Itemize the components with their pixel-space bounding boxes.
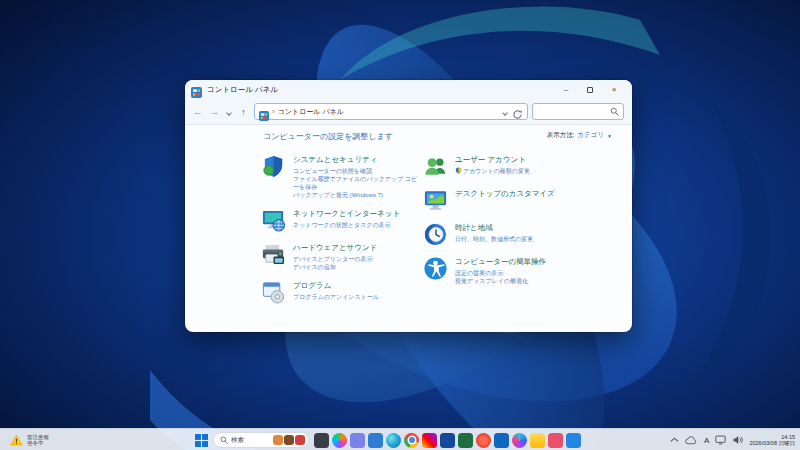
category-item: 時計と地域 日付、時刻、数値形式の変更: [423, 222, 585, 247]
onedrive-tray-icon[interactable]: [685, 436, 698, 445]
edge-icon[interactable]: [386, 433, 401, 448]
forward-button[interactable]: →: [208, 107, 221, 117]
taskbar: 雷注意報 発令中 検索 A: [0, 428, 800, 450]
recent-pages-chevron[interactable]: [225, 103, 233, 121]
file-explorer-icon[interactable]: [530, 433, 545, 448]
search-highlight-thumb[interactable]: [273, 435, 283, 445]
titlebar[interactable]: コントロール パネル – ×: [185, 80, 632, 99]
widget-line2: 発令中: [27, 440, 49, 447]
volume-tray-icon[interactable]: [732, 435, 743, 445]
clock[interactable]: 14:15 2026/03/08 日曜日: [749, 434, 795, 447]
clock-date: 2026/03/08 日曜日: [749, 440, 795, 447]
photos-app-icon[interactable]: [566, 433, 581, 448]
maximize-button[interactable]: [578, 81, 602, 98]
copilot-icon[interactable]: [332, 433, 347, 448]
task-link[interactable]: 視覚ディスプレイの最適化: [455, 277, 546, 285]
chevron-up-icon: [670, 437, 679, 443]
task-link[interactable]: アカウントの種類の変更: [455, 167, 530, 175]
category-title-link[interactable]: コンピューターの簡単操作: [455, 257, 546, 267]
category-title-link[interactable]: ハードウェアとサウンド: [293, 243, 377, 253]
category-task-links: ネットワークの状態とタスクの表示: [293, 221, 400, 229]
task-link[interactable]: プログラムのアンインストール: [293, 293, 379, 301]
designer-app-icon[interactable]: [512, 433, 527, 448]
category-item: コンピューターの簡単操作 設定の提案の表示視覚ディスプレイの最適化: [423, 256, 585, 285]
search-label: 検索: [231, 436, 270, 445]
category-task-links: 設定の提案の表示視覚ディスプレイの最適化: [455, 269, 546, 285]
programs-icon[interactable]: [261, 280, 286, 305]
laptop-app-icon[interactable]: [314, 433, 329, 448]
breadcrumb[interactable]: コントロール パネル: [278, 107, 498, 117]
control-panel-icon: [191, 84, 202, 95]
category-title-link[interactable]: ネットワークとインターネット: [293, 209, 400, 219]
address-dropdown[interactable]: [501, 103, 509, 121]
store-icon[interactable]: [368, 433, 383, 448]
category-title-link[interactable]: ユーザー アカウント: [455, 155, 530, 165]
windows-logo-icon: [195, 434, 208, 447]
task-link[interactable]: デバイスとプリンターの表示: [293, 255, 377, 263]
hardware-icon[interactable]: [261, 242, 286, 267]
shield-icon: [261, 154, 286, 179]
category-title-link[interactable]: システムとセキュリティ: [293, 155, 423, 165]
search-highlight-thumb[interactable]: [284, 435, 294, 445]
task-link[interactable]: ファイル履歴でファイルのバックアップ コピーを保存: [293, 175, 423, 191]
search-highlight-thumb[interactable]: [295, 435, 305, 445]
display-personalize-icon: [423, 188, 448, 213]
task-link[interactable]: 設定の提案の表示: [455, 269, 546, 277]
category-item: ハードウェアとサウンド デバイスとプリンターの表示デバイスの追加: [261, 242, 423, 271]
refresh-button[interactable]: [512, 106, 523, 117]
search-icon: [220, 436, 228, 444]
ease-of-access-icon[interactable]: [423, 256, 448, 281]
weather-warning-icon: [10, 434, 23, 446]
outlook-icon[interactable]: [494, 433, 509, 448]
task-link[interactable]: バックアップと復元 (Windows 7): [293, 191, 423, 199]
cloud-app-icon[interactable]: [440, 433, 455, 448]
ime-mode-indicator[interactable]: A: [704, 436, 709, 445]
category-item: システムとセキュリティ コンピューターの状態を確認ファイル履歴でファイルのバック…: [261, 154, 423, 199]
search-box[interactable]: [532, 103, 624, 120]
network-icon[interactable]: [261, 208, 286, 233]
close-button[interactable]: ×: [602, 81, 626, 98]
desktop: コントロール パネル – × ← → ↑ › コントロール パネル: [0, 0, 800, 450]
start-button[interactable]: [195, 434, 208, 447]
clock-region-icon[interactable]: [423, 222, 448, 247]
personalization-icon[interactable]: [423, 188, 448, 213]
task-link[interactable]: コンピューターの状態を確認: [293, 167, 423, 175]
network-monitor-icon: [261, 208, 286, 233]
accessibility-icon: [423, 256, 448, 281]
up-button[interactable]: ↑: [237, 107, 250, 117]
excel-icon[interactable]: [458, 433, 473, 448]
chevron-down-icon: [226, 110, 232, 116]
category-title-link[interactable]: デスクトップのカスタマイズ: [455, 189, 555, 199]
snip-app-icon[interactable]: [548, 433, 563, 448]
address-bar[interactable]: › コントロール パネル: [254, 103, 528, 120]
people-chat-icon[interactable]: [350, 433, 365, 448]
display-tray-icon[interactable]: [715, 435, 726, 445]
search-input[interactable]: [537, 108, 610, 115]
search-icon: [610, 107, 619, 116]
category-title-link[interactable]: 時計と地域: [455, 223, 533, 233]
instagram-icon[interactable]: [422, 433, 437, 448]
system-security-icon[interactable]: [261, 154, 286, 179]
taskbar-search-button[interactable]: 検索: [213, 432, 309, 448]
task-link[interactable]: デバイスの追加: [293, 263, 377, 271]
category-item: ネットワークとインターネット ネットワークの状態とタスクの表示: [261, 208, 423, 233]
view-by-value-link[interactable]: カテゴリ: [577, 131, 604, 140]
minimize-button[interactable]: –: [554, 81, 578, 98]
user-accounts-icon[interactable]: [423, 154, 448, 179]
category-task-links: プログラムのアンインストール: [293, 293, 379, 301]
breadcrumb-chevron-icon: ›: [272, 107, 275, 116]
search-highlights: [273, 435, 305, 445]
program-window-icon: [261, 280, 286, 305]
chrome-icon[interactable]: [404, 433, 419, 448]
flame-app-icon[interactable]: [476, 433, 491, 448]
category-task-links: 日付、時刻、数値形式の変更: [455, 235, 533, 243]
task-link[interactable]: ネットワークの状態とタスクの表示: [293, 221, 400, 229]
tray-overflow-button[interactable]: [670, 437, 679, 443]
back-button[interactable]: ←: [191, 107, 204, 117]
window-title: コントロール パネル: [207, 85, 554, 95]
caret-down-icon[interactable]: ▼: [607, 133, 612, 139]
category-title-link[interactable]: プログラム: [293, 281, 379, 291]
widgets-button[interactable]: 雷注意報 発令中: [5, 429, 54, 450]
task-link[interactable]: 日付、時刻、数値形式の変更: [455, 235, 533, 243]
page-title: コンピューターの設定を調整します: [263, 131, 393, 142]
